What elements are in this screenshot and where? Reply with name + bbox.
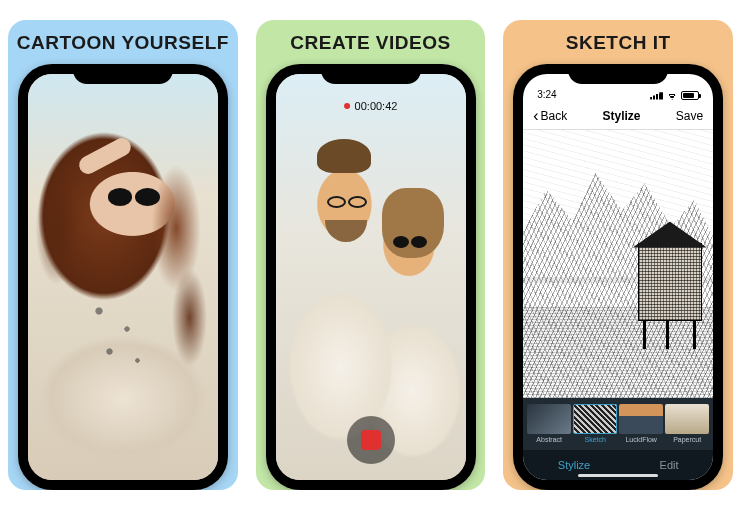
tab-edit[interactable]: Edit: [660, 459, 679, 471]
filter-label: Abstract: [536, 436, 562, 443]
card-title: CARTOON YOURSELF: [17, 32, 229, 54]
back-button[interactable]: ‹ Back: [533, 108, 567, 124]
filter-preview: [573, 404, 617, 434]
promo-card-cartoon: CARTOON YOURSELF: [8, 20, 238, 490]
promo-card-sketch: SKETCH IT 3:24 ‹ Back Stylize Save: [503, 20, 733, 490]
sketch-canvas[interactable]: [523, 130, 713, 398]
glasses-icon: [327, 196, 367, 208]
status-indicators: [650, 91, 699, 100]
card-title: CREATE VIDEOS: [290, 32, 450, 54]
phone-notch: [568, 64, 668, 84]
cellular-signal-icon: [650, 92, 663, 100]
filter-preview: [619, 404, 663, 434]
illustration-stilts: [638, 321, 702, 349]
status-time: 3:24: [537, 89, 556, 100]
battery-icon: [681, 91, 699, 100]
card-title: SKETCH IT: [566, 32, 671, 54]
phone-frame: [18, 64, 228, 490]
illustration-cabin: [638, 243, 702, 321]
filter-thumb-abstract[interactable]: Abstract: [527, 404, 571, 450]
sunglasses-icon: [108, 188, 160, 206]
promo-card-video: CREATE VIDEOS 00:00:42: [256, 20, 486, 490]
screen-title: Stylize: [602, 109, 640, 123]
phone-notch: [321, 64, 421, 84]
filter-thumb-papercut[interactable]: Papercut: [665, 404, 709, 450]
phone-screen: [28, 74, 218, 480]
filter-label: Papercut: [673, 436, 701, 443]
illustration-tattoo: [85, 293, 155, 383]
record-button[interactable]: [347, 416, 395, 464]
filter-label: Sketch: [584, 436, 605, 443]
video-preview: 00:00:42: [276, 74, 466, 480]
phone-frame: 3:24 ‹ Back Stylize Save: [513, 64, 723, 490]
back-label: Back: [541, 109, 568, 123]
filter-strip: Abstract Sketch LucidFlow Papercut: [523, 398, 713, 450]
phone-notch: [73, 64, 173, 84]
stop-icon: [361, 430, 381, 450]
wifi-icon: [666, 91, 678, 100]
illustration-hair: [28, 74, 218, 480]
home-indicator[interactable]: [578, 474, 658, 477]
phone-frame: 00:00:42: [266, 64, 476, 490]
illustration-hair: [317, 139, 371, 173]
illustration-beard: [325, 220, 367, 242]
cartoon-photo: [28, 74, 218, 480]
filter-label: LucidFlow: [625, 436, 657, 443]
sunglasses-icon: [393, 236, 427, 248]
phone-screen: 3:24 ‹ Back Stylize Save: [523, 74, 713, 480]
filter-preview: [665, 404, 709, 434]
timer-value: 00:00:42: [355, 100, 398, 112]
filter-thumb-lucidflow[interactable]: LucidFlow: [619, 404, 663, 450]
tab-stylize[interactable]: Stylize: [558, 459, 590, 471]
chevron-left-icon: ‹: [533, 108, 538, 124]
recording-timer: 00:00:42: [344, 100, 398, 112]
save-button[interactable]: Save: [676, 109, 703, 123]
filter-preview: [527, 404, 571, 434]
phone-screen: 00:00:42: [276, 74, 466, 480]
filter-thumb-sketch[interactable]: Sketch: [573, 404, 617, 450]
nav-bar: ‹ Back Stylize Save: [523, 102, 713, 130]
